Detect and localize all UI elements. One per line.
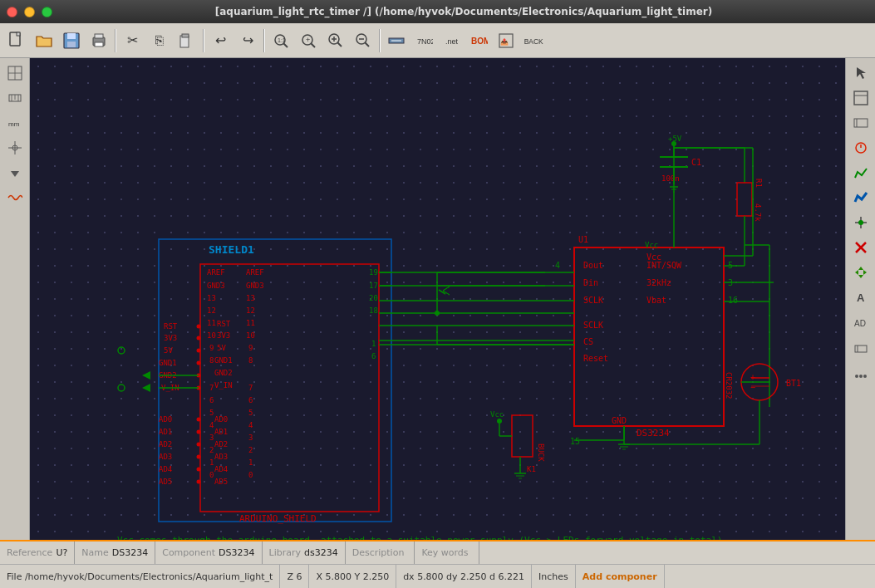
svg-text:18: 18 <box>369 306 378 315</box>
select-tool[interactable] <box>3 61 27 85</box>
zoom-area-button[interactable]: + <box>295 27 322 54</box>
junction-tool[interactable] <box>849 211 873 234</box>
name-cell: Name DS3234 <box>75 541 155 564</box>
units-cell: Inches <box>532 565 576 588</box>
edit-component-tool[interactable] <box>849 336 873 359</box>
svg-text:Vcc: Vcc <box>490 410 504 419</box>
svg-text:BOM: BOM <box>471 37 488 46</box>
route-button[interactable] <box>383 27 410 54</box>
svg-text:AD5: AD5 <box>159 478 172 486</box>
save-button[interactable] <box>58 27 85 54</box>
redo-button[interactable]: ↪ <box>234 27 261 54</box>
export-button[interactable]: 📤 <box>493 27 519 54</box>
undo-button[interactable]: ↩ <box>207 27 233 54</box>
svg-text:12: 12 <box>207 306 216 315</box>
minimize-button[interactable] <box>24 7 35 17</box>
component-label: Component <box>162 547 215 558</box>
svg-text:13: 13 <box>207 294 216 302</box>
status-row1: Reference U? Name DS3234 Component DS323… <box>0 541 875 565</box>
svg-text:GND3: GND3 <box>207 282 225 290</box>
close-button[interactable] <box>7 7 17 17</box>
wire-tool[interactable] <box>849 161 873 184</box>
ad-tool[interactable]: AD <box>849 311 873 334</box>
text-tool[interactable]: A <box>849 286 873 309</box>
svg-text:−: − <box>750 383 755 392</box>
svg-text:GND3: GND3 <box>246 282 264 290</box>
svg-text:3: 3 <box>248 434 253 442</box>
zone-cell: Z 6 <box>280 565 309 588</box>
svg-text:Din: Din <box>583 278 598 287</box>
open-button[interactable] <box>31 27 57 54</box>
svg-point-218 <box>435 311 440 316</box>
measure-tool[interactable] <box>3 86 27 110</box>
net-button[interactable]: 7N02 <box>410 27 437 54</box>
description-cell: Description <box>346 541 415 564</box>
new-schematic-button[interactable] <box>3 27 30 54</box>
paste-button[interactable] <box>174 27 200 54</box>
pointer-tool[interactable] <box>849 61 873 85</box>
svg-text:13: 13 <box>246 294 255 302</box>
schematic-canvas[interactable]: SHIELD1 ARDUINO_SHIELD RST 3V3 5V GND1 G… <box>30 58 845 540</box>
svg-text:A: A <box>857 292 865 304</box>
net-tool[interactable] <box>849 111 873 135</box>
maximize-button[interactable] <box>42 7 52 17</box>
svg-text:Vcc: Vcc <box>645 241 658 249</box>
svg-marker-74 <box>142 384 150 392</box>
svg-text:AD2: AD2 <box>159 440 172 448</box>
bom-button[interactable]: BOM <box>465 27 492 54</box>
move-tool[interactable] <box>849 261 873 284</box>
zoom-fit-button[interactable]: 1:1 <box>268 27 294 54</box>
library-cell: Library ds3234 <box>263 541 346 564</box>
svg-text:6: 6 <box>209 396 214 404</box>
reference-value: U? <box>56 547 67 558</box>
zoom-in-button[interactable] <box>322 27 349 54</box>
more-tool[interactable] <box>849 360 873 384</box>
toolbar-sep-4 <box>379 29 381 52</box>
back-button[interactable]: BACK <box>520 27 547 54</box>
svg-text:R1: R1 <box>755 179 763 188</box>
delete-tool[interactable] <box>849 236 873 259</box>
svg-text:0: 0 <box>248 471 253 479</box>
svg-text:6: 6 <box>248 396 253 404</box>
svg-text:Reset: Reset <box>583 354 608 363</box>
svg-text:3: 3 <box>209 434 214 442</box>
svg-text:11: 11 <box>207 319 216 327</box>
svg-text:K1: K1 <box>527 465 536 473</box>
svg-text:AD1: AD1 <box>159 428 172 436</box>
svg-text:20: 20 <box>369 294 378 302</box>
svg-text:ARDUINO_SHIELD: ARDUINO_SHIELD <box>239 513 317 524</box>
bus-tool[interactable] <box>849 186 873 209</box>
svg-rect-1 <box>17 32 20 36</box>
svg-text:32kHz: 32kHz <box>646 278 671 287</box>
svg-text:3V3: 3V3 <box>164 334 177 342</box>
svg-text:GND1: GND1 <box>214 356 233 365</box>
wave-tool[interactable] <box>3 186 27 209</box>
svg-text:4: 4 <box>248 421 253 429</box>
svg-text:SHIELD1: SHIELD1 <box>209 243 254 256</box>
copy-button[interactable]: ⎘ <box>146 27 173 54</box>
svg-line-21 <box>366 42 370 47</box>
svg-rect-43 <box>159 239 391 522</box>
mm-tool[interactable]: mm <box>3 111 27 135</box>
select-component-tool[interactable] <box>849 86 873 110</box>
net2-button[interactable]: .net <box>438 27 465 54</box>
cut-button[interactable]: ✂ <box>119 27 145 54</box>
print-button[interactable] <box>86 27 112 54</box>
svg-text:CR2032: CR2032 <box>725 372 733 399</box>
svg-text:8: 8 <box>248 356 253 365</box>
svg-text:1: 1 <box>248 458 253 467</box>
svg-text:6: 6 <box>371 352 376 360</box>
library-label: Library <box>269 547 301 558</box>
zoom-out-button[interactable] <box>350 27 376 54</box>
down-arrow-tool[interactable] <box>3 161 27 184</box>
svg-marker-239 <box>855 270 858 275</box>
svg-text:SCLK: SCLK <box>583 296 603 305</box>
crosshair-tool[interactable] <box>3 136 27 159</box>
svg-text:AD1: AD1 <box>214 428 228 436</box>
svg-text:9: 9 <box>209 344 214 352</box>
svg-text:4: 4 <box>555 261 560 270</box>
svg-text:U1: U1 <box>578 235 588 244</box>
power-tool[interactable] <box>849 136 873 159</box>
svg-rect-228 <box>854 119 868 127</box>
svg-text:AD3: AD3 <box>214 453 228 461</box>
